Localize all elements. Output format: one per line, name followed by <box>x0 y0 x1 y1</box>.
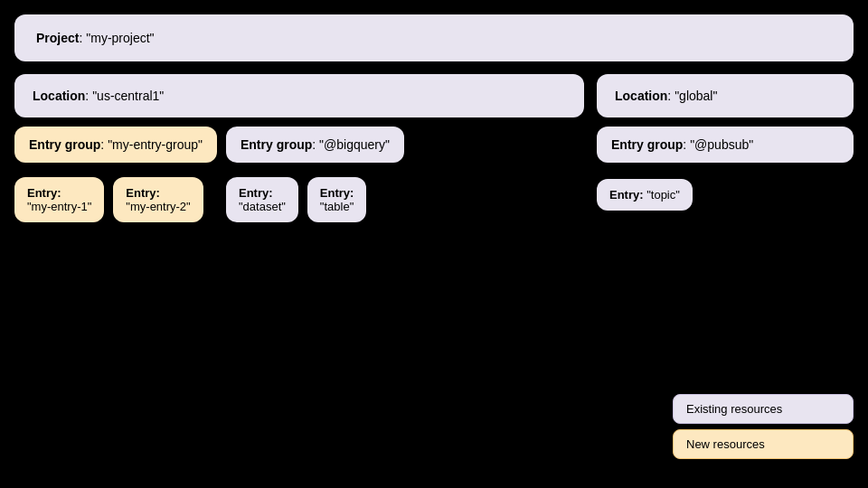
entries-row-orange: Entry: "my-entry-1" Entry: "my-entry-2" <box>14 177 217 222</box>
entry-label-5: Entry: <box>609 188 644 202</box>
entry-label-4: Entry: <box>320 186 354 200</box>
entry-group-label-3: Entry group <box>611 137 683 152</box>
locations-row: Location: "us-central1" Entry group: "my… <box>14 74 854 222</box>
location-col-left: Location: "us-central1" Entry group: "my… <box>14 74 584 222</box>
entry-value-2: "my-entry-2" <box>126 200 190 213</box>
entry-label-3: Entry: <box>239 186 273 200</box>
location-value-right: "global" <box>675 89 717 103</box>
entry-group-label-2: Entry group <box>241 137 312 152</box>
entry-label-2: Entry: <box>126 186 160 200</box>
location-box-global: Location: "global" <box>597 74 854 117</box>
location-bold-label-right: Location <box>615 89 667 103</box>
legend-existing-label: Existing resources <box>686 402 782 416</box>
legend-new-box: New resources <box>673 429 854 459</box>
entry-group-label-1: Entry group <box>29 137 100 152</box>
entry-value-1: "my-entry-1" <box>27 200 91 213</box>
project-box: Project: "my-project" <box>14 14 854 61</box>
entry-group-value-1: "my-entry-group" <box>108 137 203 152</box>
project-label: Project: "my-project" <box>36 31 155 45</box>
entry-group-pubsub: Entry group: "@pubsub" <box>597 127 854 163</box>
entry-my-entry-1: Entry: "my-entry-1" <box>14 177 104 222</box>
entry-group-my-entry-group: Entry group: "my-entry-group" <box>14 127 217 163</box>
entry-groups-row-left: Entry group: "my-entry-group" Entry: "my… <box>14 127 584 222</box>
legend-new: New resources <box>673 429 854 459</box>
entry-group-value-2: "@bigquery" <box>319 137 390 152</box>
entry-value-5: "topic" <box>646 188 680 202</box>
legend: Existing resources New resources <box>673 394 854 459</box>
entry-group-col-bigquery: Entry group: "@bigquery" Entry: "dataset… <box>226 127 404 222</box>
right-group: Entry group: "@pubsub" Entry: "topic" <box>597 127 854 211</box>
location-col-right: Location: "global" Entry group: "@pubsub… <box>597 74 854 222</box>
entry-group-col-orange: Entry group: "my-entry-group" Entry: "my… <box>14 127 217 222</box>
project-bold-label: Project <box>36 31 79 45</box>
entry-group-value-3: "@pubsub" <box>690 137 753 152</box>
entry-my-entry-2: Entry: "my-entry-2" <box>113 177 203 222</box>
legend-existing: Existing resources <box>673 394 854 424</box>
entries-row-pubsub: Entry: "topic" <box>597 179 854 211</box>
entries-row-bigquery: Entry: "dataset" Entry: "table" <box>226 177 404 222</box>
entry-value-4: "table" <box>320 200 354 213</box>
location-box-us-central1: Location: "us-central1" <box>14 74 584 117</box>
legend-existing-box: Existing resources <box>673 394 854 424</box>
diagram-area: Project: "my-project" Location: "us-cent… <box>14 14 854 474</box>
location-bold-label-left: Location <box>33 89 85 103</box>
entry-group-bigquery: Entry group: "@bigquery" <box>226 127 404 163</box>
project-value: "my-project" <box>86 31 154 45</box>
legend-new-label: New resources <box>686 437 765 451</box>
entry-value-3: "dataset" <box>239 200 286 213</box>
entry-topic: Entry: "topic" <box>597 179 693 211</box>
entry-table: Entry: "table" <box>307 177 367 222</box>
entry-label-1: Entry: <box>27 186 61 200</box>
location-value-left: "us-central1" <box>92 89 164 103</box>
entry-dataset: Entry: "dataset" <box>226 177 298 222</box>
